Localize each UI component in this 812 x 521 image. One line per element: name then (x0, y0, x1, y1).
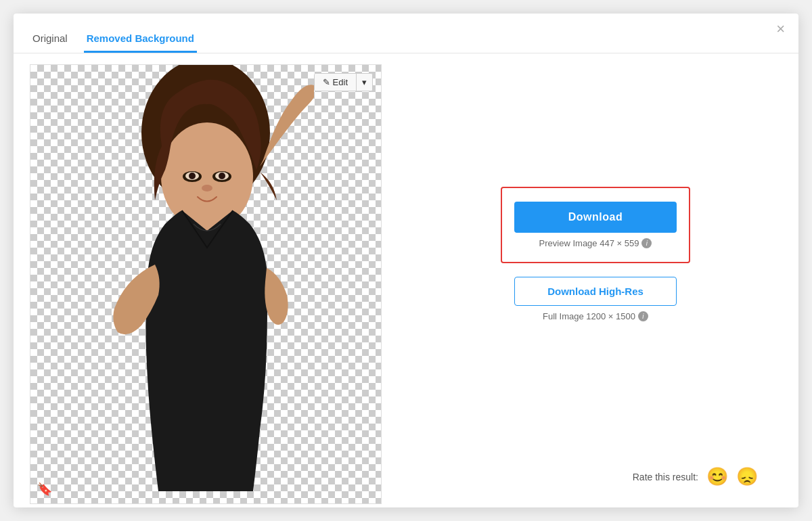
tab-original[interactable]: Original (30, 26, 70, 53)
svg-point-9 (202, 185, 212, 191)
full-info: Full Image 1200 × 1500 i (543, 311, 648, 321)
rate-label: Rate this result: (633, 472, 698, 482)
full-info-text: Full Image 1200 × 1500 (543, 311, 635, 321)
edit-icon: ✎ (323, 77, 330, 87)
main-modal: Original Removed Background × (14, 14, 798, 507)
edit-button[interactable]: ✎ Edit (315, 74, 356, 91)
image-container: ✎ Edit ▾ 🔖 (30, 64, 382, 504)
subject-image (97, 65, 314, 498)
modal-body: ✎ Edit ▾ 🔖 Download Preview Image 447 × … (14, 53, 798, 515)
modal-header: Original Removed Background × (14, 14, 798, 53)
svg-point-8 (219, 173, 225, 179)
download-section: Download Preview Image 447 × 559 i (501, 187, 690, 263)
image-panel: ✎ Edit ▾ 🔖 (30, 64, 395, 504)
rate-section: Rate this result: 😊 😞 (633, 466, 758, 487)
happy-rating-button[interactable]: 😊 (706, 466, 728, 487)
sad-rating-button[interactable]: 😞 (736, 466, 758, 487)
right-panel: Download Preview Image 447 × 559 i Downl… (409, 64, 782, 504)
chevron-down-icon: ▾ (362, 77, 367, 87)
edit-dropdown-button[interactable]: ▾ (356, 74, 372, 91)
preview-info-text: Preview Image 447 × 559 (539, 238, 639, 248)
svg-point-2 (161, 122, 253, 231)
svg-point-7 (189, 173, 196, 179)
close-button[interactable]: × (776, 22, 785, 37)
edit-label: Edit (333, 77, 348, 87)
preview-info: Preview Image 447 × 559 i (539, 238, 652, 248)
full-info-icon[interactable]: i (638, 311, 648, 321)
edit-button-group: ✎ Edit ▾ (314, 73, 373, 91)
tab-original-label: Original (32, 32, 68, 44)
preview-info-icon[interactable]: i (641, 238, 652, 248)
download-highres-button[interactable]: Download High-Res (514, 277, 677, 306)
tab-removed-bg-label: Removed Background (87, 32, 194, 44)
bookmark-icon[interactable]: 🔖 (37, 482, 52, 497)
tab-removed-background[interactable]: Removed Background (84, 26, 197, 53)
download-button[interactable]: Download (514, 202, 677, 233)
